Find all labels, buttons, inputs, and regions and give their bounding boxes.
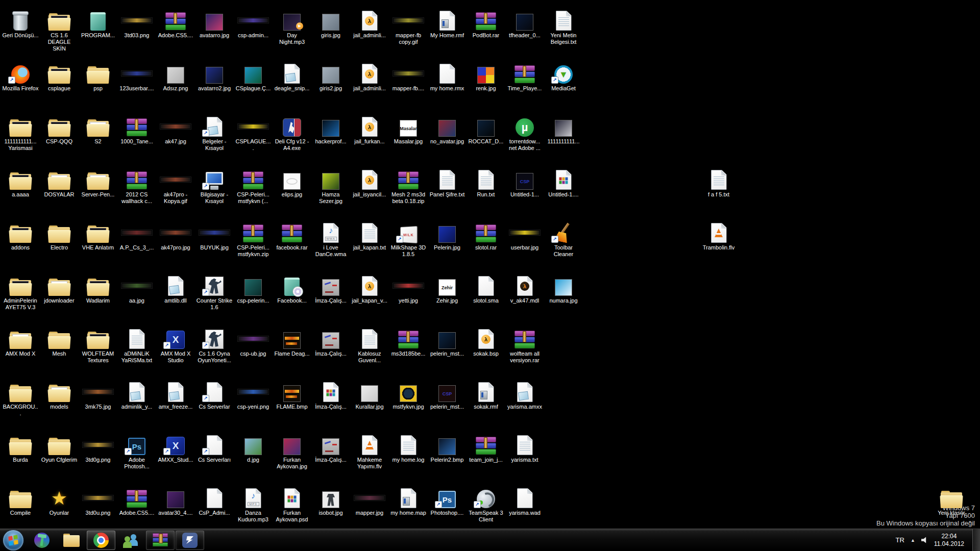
desktop-icon-123userbar[interactable]: 123userbar.... <box>117 60 156 92</box>
desktop-icon-s2[interactable]: S2 <box>79 113 117 145</box>
desktop-icon-1111111111[interactable]: 1111111111... <box>544 113 583 145</box>
desktop-icon-pelerin-jpg[interactable]: Pelerin.jpg <box>428 219 467 251</box>
desktop-icon-ak47-jpg[interactable]: ak47.jpg <box>156 113 195 145</box>
desktop-icon-pelerin-mst[interactable]: CSPpelerin_mst... <box>428 379 467 410</box>
desktop-icon-milkshape-3d-1-8-5[interactable]: MILK↗MilkShape 3D 1.8.5 <box>389 219 428 258</box>
desktop-icon-addons[interactable]: addons <box>1 219 40 251</box>
desktop-icon-hamza-sezer-jpg[interactable]: Hamza Sezer.jpg <box>311 166 350 205</box>
desktop-icon-mesh[interactable]: Mesh <box>40 325 79 357</box>
desktop-icon-pelerin2-bmp[interactable]: Pelerin2.bmp <box>428 432 467 463</box>
desktop-icon-flame-deag[interactable]: Flame Deag... <box>273 325 311 357</box>
desktop-icon-counter-strike-1-6[interactable]: ↗Counter Strike 1.6 <box>195 272 234 311</box>
taskbar-button-valve-hammer-editor[interactable] <box>28 531 56 550</box>
desktop-icon-team-join-j[interactable]: team_join_j... <box>467 432 505 463</box>
desktop-icon-program[interactable]: PROGRAM... <box>79 7 117 39</box>
desktop-icon-i-mza-al[interactable]: İmza-Çalış... <box>311 325 350 357</box>
desktop-icon-flame-bmp[interactable]: FLAME.bmp <box>273 379 311 410</box>
desktop-icon-csplague[interactable]: CSplague.Ç... <box>234 60 273 92</box>
desktop-icon-adminlik-y[interactable]: adminlik_y... <box>117 379 156 410</box>
desktop-icon-jail-kapan-txt[interactable]: jail_kapan.txt <box>350 219 389 251</box>
desktop-icon-aa-jpg[interactable]: aa.jpg <box>117 272 156 304</box>
desktop-icon-vhe-anlat-m[interactable]: VHE Anlatım <box>79 219 117 251</box>
desktop-icon-slotol-rar[interactable]: slotol.rar <box>467 219 505 251</box>
desktop-icon-ads-z-png[interactable]: Adsız.png <box>156 60 195 92</box>
desktop-icon-csp-yeni-png[interactable]: csp-yeni.png <box>234 379 273 410</box>
desktop-icon-csp-qqq[interactable]: CSP-QQQ <box>40 113 79 145</box>
desktop-icon-adobe-cs5[interactable]: Adobe.CS5.... <box>117 485 156 516</box>
start-button[interactable] <box>3 530 23 550</box>
desktop-icon-danza-kuduro-mp3[interactable]: ♪MP3Danza Kuduro.mp3 <box>234 485 273 523</box>
desktop-icon-backgrou[interactable]: BACKGROU... <box>1 379 40 417</box>
desktop-icon-podbot-rar[interactable]: PodBot.rar <box>467 7 505 39</box>
desktop-icon-giris-jpg[interactable]: giris.jpg <box>311 7 350 39</box>
desktop-icon-csp-admi[interactable]: CsP_Admi... <box>195 485 234 516</box>
desktop-icon-kablosuz-guvenl[interactable]: Kablosuz Guvenl... <box>350 325 389 364</box>
desktop-icon-csp-pelerin[interactable]: csp-pelerin... <box>234 272 273 304</box>
desktop-icon-avatar30-4[interactable]: avatar30_4.... <box>156 485 195 516</box>
desktop-icon-wolfteam-textures[interactable]: WOLFTEAM Textures <box>79 325 117 364</box>
desktop-icon-jail-kapan-v[interactable]: λjail_kapan_v... <box>350 272 389 304</box>
desktop-icon-ak47pro-jpg[interactable]: ak47pro.jpg <box>156 219 195 251</box>
desktop-icon-wolfteam-all-versiyon-rar[interactable]: wolfteam all versiyon.rar <box>505 325 544 364</box>
desktop-icon-psp[interactable]: psp <box>79 60 117 92</box>
desktop-icon-buyuk-jpg[interactable]: BUYUK.jpg <box>195 219 234 251</box>
desktop-icon-isobot-jpg[interactable]: isobot.jpg <box>311 485 350 516</box>
desktop-icon-dosyalar[interactable]: DOSYALAR <box>40 166 79 198</box>
desktop-icon-v-ak47-mdl[interactable]: λv_ak47.mdl <box>505 272 544 304</box>
show-hidden-icons-button[interactable]: ▲ <box>911 538 915 543</box>
desktop-icon-i-mza-al[interactable]: İmza-Çalış... <box>311 272 350 304</box>
desktop-icon-numara-jpg[interactable]: numara.jpg <box>544 272 583 304</box>
desktop-icon-csp-peleri-mstfykvn-zip[interactable]: CSP-Peleri... mstfykvn.zip <box>234 219 273 258</box>
desktop-icon-geri-d-n[interactable]: Geri Dönüşü... <box>1 7 40 39</box>
desktop-icon-adminpelerin-ayet75-v-3[interactable]: AdminPelerin AYET75 V.3 <box>1 272 40 311</box>
desktop-icon-roccat-d[interactable]: ROCCAT_D... <box>467 113 505 145</box>
show-desktop-button[interactable] <box>972 529 980 551</box>
desktop-icon-csp-ub-jpg[interactable]: csp-ub.jpg <box>234 325 273 357</box>
desktop-icon-yarisma-wad[interactable]: yarisma.wad <box>505 485 544 516</box>
desktop-icon-mahkeme-yap-m-flv[interactable]: Mahkeme Yapımı.flv <box>350 432 389 470</box>
desktop-icon-amx-mod-x[interactable]: AMX Mod X <box>1 325 40 357</box>
volume-icon[interactable] <box>921 537 928 543</box>
desktop-icon-d-jpg[interactable]: d.jpg <box>234 432 273 463</box>
desktop-icon-mediaget[interactable]: ▼↗MediaGet <box>544 60 583 92</box>
desktop-icon-yarisma-txt[interactable]: yarisma.txt <box>505 432 544 463</box>
desktop-icon-zehir-jpg[interactable]: ZehirZehir.jpg <box>428 272 467 304</box>
desktop-icon-facebook[interactable]: Facebook... <box>273 272 311 304</box>
desktop-icon-models[interactable]: models <box>40 379 79 410</box>
language-indicator[interactable]: TR <box>896 536 904 544</box>
desktop-icon-cs-1-6-oyna-oyunyoneti[interactable]: ↗Cs 1.6 Oyna OyunYoneti... <box>195 325 234 364</box>
desktop-icon-amtlib-dll[interactable]: amtlib.dll <box>156 272 195 304</box>
desktop-icon-3td03-png[interactable]: 3td03.png <box>117 7 156 39</box>
desktop-icon-mesh-2-ms3d-beta-0-18-zip[interactable]: Mesh 2 ms3d beta 0.18.zip <box>389 166 428 205</box>
desktop-icon-my-home-log[interactable]: my home.log <box>389 432 428 463</box>
desktop-icon-i-mza-al[interactable]: İmza-Çalış... <box>311 432 350 463</box>
desktop-icon-f-a-f-5-txt[interactable]: f a f 5.txt <box>699 166 738 198</box>
desktop-icon-teamspeak-3-client[interactable]: ↗TeamSpeak 3 Client <box>467 485 505 523</box>
desktop-icon-mozilla-firefox[interactable]: ↗Mozilla Firefox <box>1 60 40 92</box>
desktop-icon-oyunlar[interactable]: ★Oyunlar <box>40 485 79 516</box>
desktop[interactable]: Geri Dönüşü...CS 1.6 DEAGLE SKİNPROGRAM.… <box>0 0 980 551</box>
desktop-icon-yetti-jpg[interactable]: yetti.jpg <box>389 272 428 304</box>
desktop-icon-deagle-snip[interactable]: deagle_snip... <box>273 60 311 92</box>
clock[interactable]: 22:04 11.04.2012 <box>934 533 964 548</box>
desktop-icon-mapper-jpg[interactable]: mapper.jpg <box>350 485 389 516</box>
desktop-icon-csp-peleri-mstfykvn[interactable]: CSP-Peleri... mstfykvn (... <box>234 166 273 205</box>
desktop-icon-renk-jpg[interactable]: renk.jpg <box>467 60 505 92</box>
desktop-icon-torrentdow-net-adobe[interactable]: µtorrentdow... net Adobe ... <box>505 113 544 152</box>
desktop-icon-no-avatar-jpg[interactable]: no_avatar.jpg <box>428 113 467 145</box>
desktop-icon-compile[interactable]: Compile <box>1 485 40 516</box>
desktop-icon-csplague[interactable]: csplague <box>40 60 79 92</box>
desktop-icon-amx-freeze[interactable]: amx_freeze... <box>156 379 195 410</box>
desktop-icon-server-pen[interactable]: Server-Pen... <box>79 166 117 198</box>
desktop-icon-run-txt[interactable]: Run.txt <box>467 166 505 198</box>
desktop-icon-3td0u-png[interactable]: 3td0u.png <box>79 485 117 516</box>
desktop-icon-wadlarim[interactable]: Wadlarim <box>79 272 117 304</box>
desktop-icon-pelerin-mst[interactable]: pelerin_mst... <box>428 325 467 357</box>
desktop-icon-userbar-jpg[interactable]: userbar.jpg <box>505 219 544 251</box>
desktop-icon-mapper-fb-copy-gif[interactable]: mapper-fb copy.gif <box>389 7 428 45</box>
desktop-icon-jail-furkan[interactable]: λjail_furkan... <box>350 113 389 145</box>
desktop-icon-adminlik-yarisma-txt[interactable]: aDMiNLiK YaRiSMa.txt <box>117 325 156 364</box>
desktop-icon-toolbar-cleaner[interactable]: ↗Toolbar Cleaner <box>544 219 583 258</box>
desktop-icon-sokak-bsp[interactable]: λsokak.bsp <box>467 325 505 357</box>
desktop-icon-csp-admin[interactable]: csp-admin... <box>234 7 273 39</box>
